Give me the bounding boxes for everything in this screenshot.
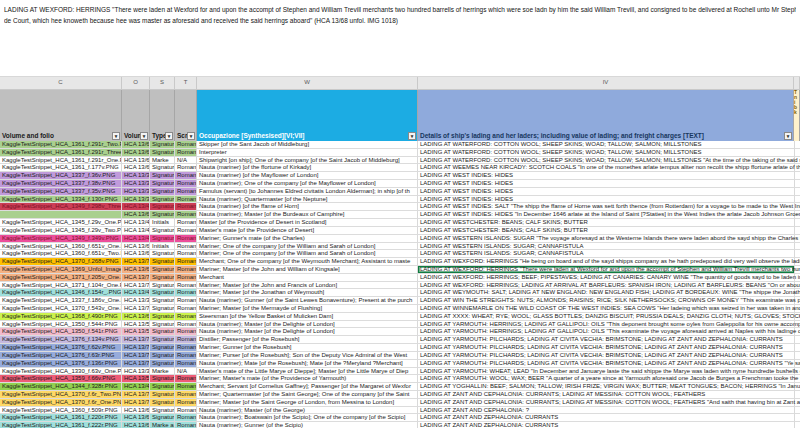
cell-volume[interactable]: HCA 13/70 (122, 258, 150, 266)
cell-type[interactable]: Signature (150, 297, 175, 305)
cell-details[interactable]: LADING AT WESTERN ISLANDS: SUGAR; CANNAF… (418, 250, 794, 258)
cell-details[interactable]: LADING AT WEST INDIES: HIDES (418, 188, 794, 196)
cell-details[interactable]: LADING AT WIN THE STREIGHTS: NUTS; ALMON… (418, 297, 794, 305)
cell-volume-folio[interactable]: KaggleTestSnippet_HCA_1368_f.490r.PNG (0, 313, 122, 321)
cell-volume[interactable]: HCA 13/50 (122, 328, 150, 336)
cell-volume[interactable]: HCA 13/61 (122, 414, 150, 422)
cell-type[interactable]: Signature (150, 352, 175, 360)
cell-type[interactable]: Signature (150, 313, 175, 321)
cell-occupation[interactable]: Mariner; One of the company [of the Will… (197, 243, 418, 251)
cell-occupation[interactable]: Merchant; Servant [of Cornelius Gaffney]… (197, 383, 418, 391)
cell-volume-folio[interactable]: KaggleTestSnippet_HCA_1344_f.328r.PNG (0, 383, 122, 391)
cell-scribe[interactable]: Roman (175, 297, 197, 305)
cell-scribe[interactable]: Roman (175, 313, 197, 321)
cell-scribe[interactable]: Roman (175, 321, 197, 329)
cell-volume-folio[interactable]: KaggleTestSnippet_HCA_1370_f.268v.PNG (0, 258, 122, 266)
cell-details[interactable]: LADING AT YARMOUTH: HERRINGS; LADING AT … (418, 321, 794, 329)
cell-type[interactable]: Signature (150, 250, 175, 258)
cell-scribe[interactable]: Roman (175, 266, 197, 274)
cell-type[interactable]: Signature (150, 360, 175, 368)
cell-occupation[interactable]: Nauta (mariner); Gunner (of the Scipio) (197, 422, 418, 428)
cell-scribe[interactable]: Roman (175, 227, 197, 235)
cell-volume[interactable]: HCA 13/60 (122, 407, 150, 415)
cell-volume[interactable]: HCA 13/37 (122, 188, 150, 196)
cell-type[interactable]: Signature (150, 258, 175, 266)
cell-occupation[interactable]: Mariner; Master [of the Saint George of … (197, 399, 418, 407)
cell-occupation[interactable]: Mariner; Purser [of the Rosebush]; Son o… (197, 352, 418, 360)
cell-details[interactable]: LADING AT YARMOUTH: PILCHARDS; LADING AT… (418, 360, 794, 368)
cell-occupation[interactable]: Nauta (mariner) [of the ffame of Horn] (197, 203, 418, 211)
cell-details[interactable]: LADING AT WEYMOUTH: SALT; LADING AT NEW … (418, 289, 794, 297)
cell-details[interactable]: LADING AT WEXFORD: HERRINGS "There were … (418, 266, 794, 274)
cell-details[interactable]: LADING AT YARMOUTH: HERRINGS; LADING AT … (418, 328, 794, 336)
cell-occupation[interactable]: Shipwright [on ship]; One of the company… (197, 157, 418, 165)
cell-scribe[interactable]: Roman (175, 235, 197, 243)
cell-volume[interactable]: HCA 13/62 (122, 211, 150, 219)
cell-volume-folio[interactable]: KaggleTestSnippet_HCA_1371_f.104r_One.PN… (0, 282, 122, 290)
cell-details[interactable]: LADING AT ZANT AND CEPHALONIA: ? (418, 407, 794, 415)
cell-volume-folio[interactable]: KaggleTestSnippet_HCA_1345_f.29v_Two.PNG (0, 227, 122, 235)
cell-volume[interactable]: HCA 13/49 (122, 235, 150, 243)
cell-scribe[interactable]: Roman (175, 250, 197, 258)
cell-occupation[interactable]: Mariner; One of the company [of the Will… (197, 250, 418, 258)
cell-scribe[interactable]: N/A (175, 368, 197, 376)
cell-volume-folio[interactable]: KaggleTestSnippet_HCA_1360_f.651v_One.PN… (0, 243, 122, 251)
cell-occupation[interactable]: Nauta (mariner); Quartermaster [of the N… (197, 196, 418, 204)
cell-scribe[interactable]: Roman (175, 180, 197, 188)
cell-occupation[interactable]: Merchant; One of the company [of the Wey… (197, 258, 418, 266)
cell-volume[interactable]: HCA 13/68 (122, 313, 150, 321)
cell-volume[interactable]: HCA 13/76 (122, 336, 150, 344)
cell-details[interactable]: LADING AT WATERFORD: COTTON WOOL; SHEEP … (418, 149, 794, 157)
cell-volume[interactable]: HCA 13/70 (122, 391, 150, 399)
cell-details[interactable]: LADING AT WEXFORD: HERRINGS; BEEF; PIPES… (418, 274, 794, 282)
column-letter[interactable]: S (150, 77, 175, 89)
cell-volume-folio[interactable]: KaggleTestSnippet_HCA_1360_f.509r.PNG (0, 407, 122, 415)
cell-scribe[interactable]: Roman (175, 203, 197, 211)
cell-overflow-sliver[interactable] (794, 407, 800, 415)
cell-volume[interactable]: HCA 13/76 (122, 352, 150, 360)
cell-type[interactable]: Signature (150, 375, 175, 383)
cell-volume[interactable]: HCA 13/49 (122, 203, 150, 211)
cell-occupation[interactable]: Mariner; Gunner's mate (of the Charles) (197, 235, 418, 243)
cell-occupation[interactable]: Nauta (mariner); Gunner (of the Saint Le… (197, 297, 418, 305)
cell-volume-folio[interactable]: KaggleTestSnippet_HCA_1371_f.205v_One.PN… (0, 274, 122, 282)
cell-type[interactable]: Signature (150, 305, 175, 313)
cell-volume-folio[interactable]: KaggleTestSnippet_HCA_1361_f.177v.PNG (0, 164, 122, 172)
cell-overflow-sliver[interactable] (794, 391, 800, 399)
cell-details[interactable]: LADING AT YARMOUTH: WOOL; WAX; BEER "A q… (418, 375, 794, 383)
cell-volume-folio[interactable]: KaggleTestSnippet_HCA_1346_f.154r_.PNG (0, 289, 122, 297)
cell-details[interactable]: LADING AT ZANT AND CEPHALONIA: CURRANTS;… (418, 391, 794, 399)
column-letter[interactable]: C (0, 77, 122, 89)
cell-volume-folio[interactable]: KaggleTestSnippet_HCA_1360_f.651v_Two.PN… (0, 250, 122, 258)
cell-overflow-sliver[interactable] (794, 141, 800, 149)
cell-volume-folio[interactable]: KaggleTestSnippet_HCA_1349_f.298v_Three.… (0, 203, 122, 211)
cell-overflow-sliver[interactable] (794, 243, 800, 251)
column-letter[interactable] (794, 77, 800, 89)
cell-scribe[interactable]: N/A (175, 157, 197, 165)
cell-scribe[interactable]: Roman (175, 141, 197, 149)
cell-occupation[interactable]: Nauta (mariner) [of the ffortune of Kirk… (197, 164, 418, 172)
cell-details[interactable]: LADING AT WESTCHESTER: BEANS; CALF SKINS… (418, 227, 794, 235)
cell-type[interactable]: Signature (150, 211, 175, 219)
cell-volume[interactable]: HCA 13/34 (122, 196, 150, 204)
header-volume-folio[interactable]: Volume and folio ▾ (0, 90, 122, 141)
cell-volume-folio[interactable]: KaggleTestSnippet_HCA_1376_f.134v.PNG (0, 336, 122, 344)
cell-volume-folio[interactable]: KaggleTestSnippet_HCA_1376_f.62v.PNG (0, 344, 122, 352)
cell-volume-folio[interactable]: KaggleTestSnippet_HCA_1337_f.35v.PNG (0, 188, 122, 196)
cell-details[interactable]: LADING AT WEST INDIES: HIDES (418, 172, 794, 180)
cell-type[interactable]: Signature (150, 149, 175, 157)
cell-volume-folio[interactable]: KaggleTestSnippet_HCA_1337_f.186v_One.PN… (0, 297, 122, 305)
cell-volume[interactable]: HCA 13/70 (122, 399, 150, 407)
cell-overflow-sliver[interactable] (794, 149, 800, 157)
cell-volume[interactable]: HCA 13/50 (122, 321, 150, 329)
cell-scribe[interactable]: Roman (175, 219, 197, 227)
cell-type[interactable]: Initials (150, 243, 175, 251)
cell-type[interactable]: Marke (150, 157, 175, 165)
cell-type[interactable]: Initials (150, 219, 175, 227)
cell-volume[interactable]: HCA 13/46 (122, 289, 150, 297)
cell-volume-folio[interactable]: KaggleTestSnippet_HCA_1337_f.38v.PNG (0, 180, 122, 188)
cell-volume[interactable]: HCA 13/44 (122, 383, 150, 391)
cell-occupation[interactable]: Nauta (mariner); Boatswain [of the Scipi… (197, 414, 418, 422)
cell-volume[interactable]: HCA 13/37 (122, 180, 150, 188)
cell-volume[interactable]: HCA 13/71 (122, 282, 150, 290)
